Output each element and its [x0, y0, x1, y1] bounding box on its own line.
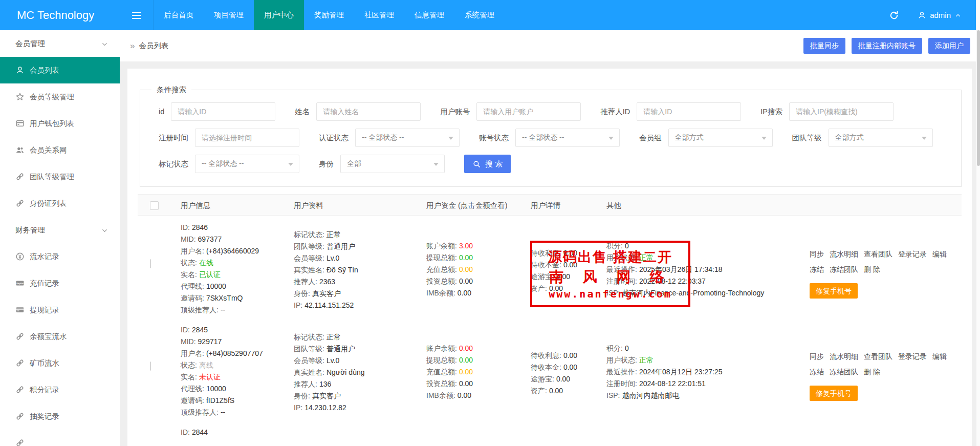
hamburger-menu-icon[interactable]	[120, 0, 154, 30]
field-label: 团队等级:	[294, 345, 324, 353]
field-value: 0.00	[459, 344, 473, 352]
field-value: 0.00	[549, 387, 563, 395]
sidebar-group-finance-management[interactable]: 财务管理	[0, 217, 120, 243]
action-link-冻结[interactable]: 冻结	[810, 265, 824, 273]
sidebar-item-points-records[interactable]: 积分记录	[0, 376, 120, 403]
action-link-删 除[interactable]: 删 除	[864, 368, 880, 376]
sidebar-item-label: 积分记录	[30, 385, 59, 395]
field-label: 标记状态:	[294, 230, 324, 239]
fix-phone-button[interactable]: 修复手机号	[810, 386, 858, 401]
field-label: 资产:	[531, 284, 547, 292]
search-button[interactable]: 搜 索	[464, 155, 511, 173]
page-scrollbar[interactable]	[976, 0, 980, 446]
action-link-同步[interactable]: 同步	[810, 352, 824, 360]
nav-item-project[interactable]: 项目管理	[204, 0, 254, 30]
sidebar-item-partial-item[interactable]	[0, 430, 120, 446]
nav-item-system[interactable]: 系统管理	[454, 0, 505, 30]
batch-register-internal-button[interactable]: 批量注册内部账号	[852, 38, 922, 54]
action-link-登录记录[interactable]: 登录记录	[898, 352, 927, 360]
field-状态: 状态:离线	[181, 359, 294, 371]
identity-select[interactable]: 全部	[340, 155, 445, 173]
action-link-冻结团队[interactable]: 冻结团队	[830, 265, 858, 273]
field-value: 真实客户	[312, 289, 341, 298]
select-all-checkbox[interactable]	[150, 201, 159, 210]
refresh-icon[interactable]	[889, 10, 899, 20]
field-待收利息: 待收利息:0.00	[531, 350, 606, 362]
field-value: 在线	[199, 259, 213, 267]
field-提现总额: 提现总额:0.00	[426, 354, 531, 366]
field-value: 0.00	[458, 289, 471, 297]
ip-input[interactable]	[789, 102, 894, 121]
field-label: 投资总额:	[426, 379, 457, 388]
link-icon	[15, 438, 25, 446]
row-checkbox[interactable]	[150, 259, 151, 268]
search-field-name: 姓名	[295, 102, 421, 121]
add-user-button[interactable]: 添加用户	[928, 38, 970, 54]
mark-status-select[interactable]: -- 全部状态 --	[195, 155, 299, 173]
name-input[interactable]	[316, 102, 421, 121]
member-group-select[interactable]: 全部方式	[668, 129, 773, 147]
scrollbar-thumb[interactable]	[977, 30, 980, 166]
sidebar-item-idcard-list[interactable]: 身份证列表	[0, 190, 120, 217]
team-level-select[interactable]: 全部方式	[829, 129, 933, 147]
field-value: 2022-08-12 22:03:37	[639, 277, 706, 285]
action-link-查看团队[interactable]: 查看团队	[864, 250, 892, 258]
field-团队等级: 团队等级:普通用户	[294, 241, 426, 252]
sidebar-item-member-list[interactable]: 会员列表	[0, 57, 120, 83]
sidebar-item-user-wallet-list[interactable]: 用户钱包列表	[0, 110, 120, 137]
action-link-流水明细[interactable]: 流水明细	[830, 250, 858, 258]
person-icon	[918, 11, 926, 19]
field-积分: 积分:0	[606, 343, 810, 354]
sidebar-item-member-network[interactable]: 会员关系网	[0, 137, 120, 163]
nav-item-user-center[interactable]: 用户中心	[254, 0, 304, 30]
field-ISP: ISP:越南河内Finance-and-Promoting-Technology	[606, 287, 810, 299]
row-checkbox[interactable]	[150, 362, 151, 371]
field-label: 提现总额:	[426, 253, 457, 262]
sidebar-item-recharge-records[interactable]: PayPal充值记录	[0, 270, 120, 296]
action-link-同步[interactable]: 同步	[810, 250, 824, 258]
field-value: 10000	[206, 385, 226, 393]
batch-sync-button[interactable]: 批量同步	[803, 38, 845, 54]
user-profile-cell: 标记状态:正常团队等级:普通用户会员等级:Lv.0真实姓名:Người dùng…	[294, 318, 426, 420]
chevron-down-icon	[101, 227, 108, 235]
action-link-编辑[interactable]: 编辑	[932, 352, 947, 360]
field-label: 真实姓名:	[294, 368, 324, 376]
nav-item-reward[interactable]: 奖励管理	[304, 0, 354, 30]
search-panel: 条件搜索 id 姓名 用户账号 推荐人ID	[140, 90, 962, 187]
field-label: 顶级推荐人:	[181, 306, 219, 314]
sidebar-group-member-management[interactable]: 会员管理	[0, 30, 120, 57]
sidebar-item-yuebao-flow[interactable]: 余额宝流水	[0, 323, 120, 350]
sidebar-item-member-level[interactable]: 会员等级管理	[0, 83, 120, 110]
field-身份: 身份:真实客户	[294, 390, 426, 402]
nav-item-community[interactable]: 社区管理	[354, 0, 404, 30]
sidebar-item-lottery-records[interactable]: 抽奖记录	[0, 403, 120, 430]
nav-item-home[interactable]: 后台首页	[154, 0, 204, 30]
admin-page: MC Technology 后台首页项目管理用户中心奖励管理社区管理信息管理系统…	[0, 0, 980, 446]
action-link-编辑[interactable]: 编辑	[932, 250, 947, 258]
fix-phone-button[interactable]: 修复手机号	[810, 283, 858, 299]
user-menu[interactable]: admin	[918, 11, 962, 19]
action-link-流水明细[interactable]: 流水明细	[830, 352, 858, 360]
sidebar-item-team-level[interactable]: 团队等级管理	[0, 163, 120, 190]
field-value: 越南河内Finance-and-Promoting-Technology	[622, 289, 764, 297]
search-row-1: id 姓名 用户账号 推荐人ID	[159, 102, 961, 121]
sidebar-item-withdraw-records[interactable]: 提现记录	[0, 296, 120, 323]
field-value: 0.00	[563, 249, 577, 257]
action-links-line-1: 同步流水明细查看团队登录记录编辑	[810, 349, 962, 364]
account-status-select[interactable]: -- 全部状态 --	[515, 129, 620, 147]
sidebar-item-flow-records[interactable]: 流水记录	[0, 243, 120, 270]
col-header-user-profile: 用户资料	[294, 195, 426, 216]
action-link-删 除[interactable]: 删 除	[864, 265, 880, 273]
account-input[interactable]	[476, 102, 581, 121]
action-link-冻结[interactable]: 冻结	[810, 368, 824, 376]
register-time-input[interactable]	[195, 129, 299, 147]
auth-status-select[interactable]: -- 全部状态 --	[355, 129, 460, 147]
id-input[interactable]	[171, 102, 275, 121]
action-link-查看团队[interactable]: 查看团队	[864, 352, 892, 360]
action-link-冻结团队[interactable]: 冻结团队	[830, 368, 858, 376]
nav-item-info[interactable]: 信息管理	[404, 0, 454, 30]
col-header-other: 其他	[606, 195, 810, 216]
action-link-登录记录[interactable]: 登录记录	[898, 250, 927, 258]
sidebar-item-coin-flow[interactable]: 矿币流水	[0, 350, 120, 376]
referrer-id-input[interactable]	[637, 102, 741, 121]
